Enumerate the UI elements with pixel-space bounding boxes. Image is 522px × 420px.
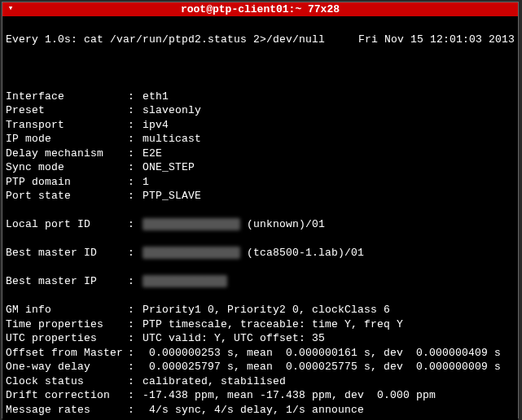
status-row: Port state: PTP_SLAVE	[6, 189, 515, 203]
terminal-window: ▾ root@ptp-client01:~ 77x28 Every 1.0s: …	[2, 2, 519, 418]
status-value: -17.438 ppm, mean -17.438 ppm, dev 0.000…	[143, 389, 436, 401]
status-value: calibrated, stabilised	[143, 375, 286, 387]
status-value: eth1	[143, 90, 169, 103]
status-label: Message rates	[6, 403, 128, 418]
status-row: Best master IP: XXX.XX.XXX.XX	[6, 274, 515, 289]
status-value: PTP_SLAVE	[143, 190, 201, 202]
status-row: IP mode: multicast	[6, 132, 515, 147]
status-label: Clock status	[6, 374, 128, 389]
status-label: Transport	[6, 118, 128, 133]
redacted-value: XXXXXXXXXXXXXXX	[143, 218, 240, 230]
status-row: Time properties: PTP timescale, traceabl…	[6, 317, 515, 332]
status-row: Best master ID: XXXXXXXXXXXXXXX (tca8500…	[6, 246, 515, 260]
status-row: Transport: ipv4	[6, 118, 515, 133]
status-row: Clock status: calibrated, stabilised	[6, 374, 515, 389]
status-label: UTC properties	[6, 331, 128, 346]
status-value: ONE_STEP	[143, 161, 195, 173]
window-menu-icon[interactable]: ▾	[6, 3, 15, 13]
status-value: 4/s sync, 4/s delay, 1/s announce	[143, 404, 364, 416]
status-row: Message rates: 4/s sync, 4/s delay, 1/s …	[6, 403, 515, 418]
status-value: ipv4	[143, 119, 169, 131]
terminal-content[interactable]: Every 1.0s: cat /var/run/ptpd2.status 2>…	[2, 16, 518, 420]
status-label: Drift correction	[6, 388, 128, 403]
status-label: IP mode	[6, 132, 128, 147]
status-value: 0.000025797 s, mean 0.000025775 s, dev 0…	[143, 361, 501, 373]
status-value: multicast	[143, 133, 201, 145]
status-label: Delay mechanism	[6, 147, 128, 161]
status-value: 0.000000253 s, mean 0.000000161 s, dev 0…	[143, 347, 501, 359]
status-suffix: (tca8500-1.lab)/01	[247, 247, 364, 259]
status-row: Interface: eth1	[6, 90, 515, 104]
status-row: UTC properties: UTC valid: Y, UTC offset…	[6, 331, 515, 346]
status-value: UTC valid: Y, UTC offset: 35	[143, 332, 325, 344]
watch-header: Every 1.0s: cat /var/run/ptpd2.status 2>…	[6, 33, 515, 47]
status-label: Interface	[6, 90, 128, 104]
status-label: Sync mode	[6, 160, 128, 175]
status-row: Local port ID: XXXXXXXXXXXXXXX (unknown)…	[6, 217, 515, 232]
titlebar[interactable]: ▾ root@ptp-client01:~ 77x28	[2, 2, 518, 16]
redacted-value: XXXXXXXXXXXXXXX	[143, 247, 240, 259]
status-value: slaveonly	[143, 104, 201, 116]
status-label: PTP domain	[6, 175, 128, 190]
status-row: PTP domain: 1	[6, 175, 515, 190]
status-row: Preset: slaveonly	[6, 103, 515, 118]
status-value: E2E	[143, 147, 162, 160]
blank-line	[6, 61, 515, 76]
status-label: Preset	[6, 103, 128, 118]
status-row: GM info: Priority1 0, Priority2 0, clock…	[6, 303, 515, 317]
status-suffix: (unknown)/01	[247, 218, 325, 230]
status-row: Offset from Master: 0.000000253 s, mean …	[6, 346, 515, 361]
window-title: root@ptp-client01:~ 77x28	[181, 3, 340, 15]
watch-command: Every 1.0s: cat /var/run/ptpd2.status 2>…	[6, 33, 325, 47]
status-label: One-way delay	[6, 360, 128, 374]
status-row: Drift correction: -17.438 ppm, mean -17.…	[6, 388, 515, 403]
status-label: Best master ID	[6, 246, 128, 260]
titlebar-controls: ▾	[6, 3, 15, 13]
status-label: GM info	[6, 303, 128, 317]
status-value: Priority1 0, Priority2 0, clockClass 6	[143, 304, 390, 316]
status-row: Delay mechanism: E2E	[6, 147, 515, 161]
status-row: Sync mode: ONE_STEP	[6, 160, 515, 175]
watch-timestamp: Fri Nov 15 12:01:03 2013	[358, 33, 515, 47]
status-value: 1	[143, 176, 149, 188]
status-label: Offset from Master	[6, 346, 128, 361]
status-value: PTP timescale, traceable: time Y, freq Y	[143, 318, 403, 330]
status-label: Time properties	[6, 317, 128, 332]
redacted-value: XXX.XX.XXX.XX	[143, 275, 227, 287]
status-row: One-way delay: 0.000025797 s, mean 0.000…	[6, 360, 515, 374]
status-label: Local port ID	[6, 217, 128, 232]
status-label: Best master IP	[6, 274, 128, 289]
status-label: Port state	[6, 189, 128, 203]
